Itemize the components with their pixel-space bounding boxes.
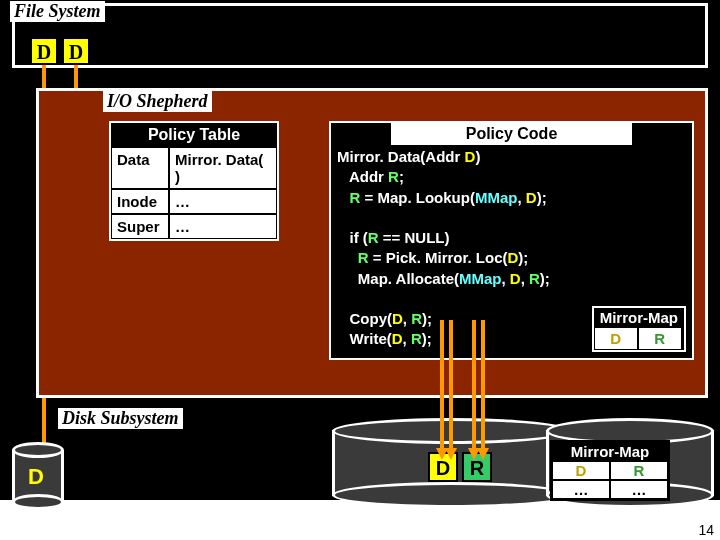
policy-table-title: Policy Table [111,123,277,147]
policy-code-box: Policy Code Mirror. Data(Addr D) Addr R;… [329,121,694,360]
arrow-to-d-2-head [445,448,457,460]
code-line: R = Pick. Mirror. Loc(D); [331,248,692,268]
mirror-map-d: D [594,327,638,350]
code-line: R = Map. Lookup(MMap, D); [331,188,692,208]
arrow-to-r-2-head [477,448,489,460]
shepherd-label: I/O Shepherd [103,91,212,112]
mirror-map-dots: … [610,480,668,499]
disk-d-label: D [28,464,44,490]
mirror-map-bottom-title: Mirror-Map [552,442,668,461]
table-row: Super … [111,214,277,239]
slide-number: 14 [698,522,714,538]
ptable-key: Super [111,214,169,239]
mirror-map-r: R [638,327,682,350]
code-blank [331,208,692,228]
arrow-to-d [440,320,444,450]
fs-block-d-2: D [62,37,90,65]
arrow-to-r-2 [481,320,485,450]
table-row: Inode … [111,189,277,214]
shepherd-box: I/O Shepherd Policy Table Data Mirror. D… [36,88,708,398]
policy-code-title: Policy Code [391,123,632,145]
mirror-map-inline: Mirror-Map D R [592,306,686,352]
code-line: if (R == NULL) [331,228,692,248]
mirror-map-d: D [552,461,610,480]
table-row: Data Mirror. Data( ) [111,147,277,189]
code-line: Map. Allocate(MMap, D, R); [331,269,692,289]
ptable-val: Mirror. Data( ) [169,147,277,189]
mirror-map-dots: … [552,480,610,499]
mirror-map-r: R [610,461,668,480]
ptable-key: Data [111,147,169,189]
fs-block-d-1: D [30,37,58,65]
disk-subsystem-label: Disk Subsystem [58,408,183,429]
arrow-to-d-2 [449,320,453,450]
code-line: Mirror. Data(Addr D) [331,147,692,167]
mirror-map-bottom: Mirror-Map D R … … [550,440,670,501]
policy-table: Policy Table Data Mirror. Data( ) Inode … [109,121,279,241]
ptable-val: … [169,189,277,214]
ptable-val: … [169,214,277,239]
ptable-key: Inode [111,189,169,214]
code-line: Addr R; [331,167,692,187]
arrow-to-r [472,320,476,450]
file-system-label: File System [10,1,105,22]
file-system-box [12,3,708,68]
mirror-map-title: Mirror-Map [594,308,684,327]
